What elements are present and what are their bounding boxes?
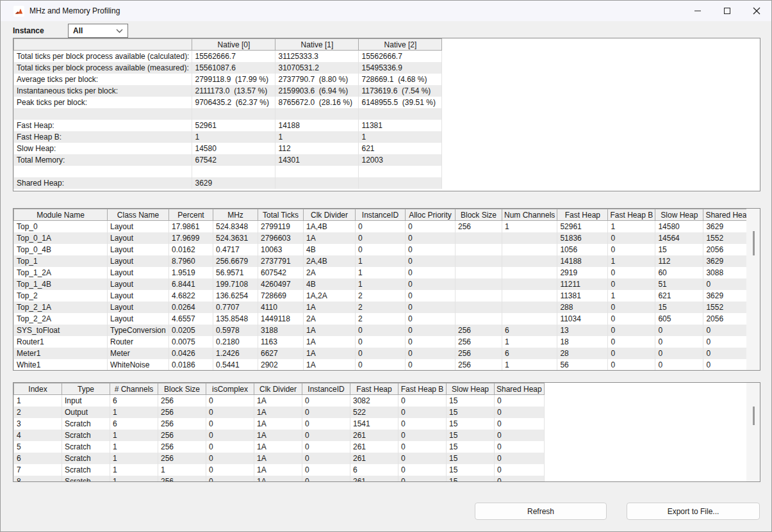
cell[interactable]: Scratch	[62, 453, 110, 464]
cell[interactable]: 1056	[557, 244, 608, 255]
cell[interactable]: 11381	[359, 120, 442, 131]
cell[interactable]: 2	[356, 290, 406, 302]
cell[interactable]: 0	[406, 255, 456, 267]
cell[interactable]: 0.5441	[213, 359, 258, 371]
cell[interactable]: 256	[456, 221, 502, 232]
cell[interactable]: 0	[398, 453, 447, 464]
cell[interactable]	[502, 244, 557, 255]
table-row[interactable]: Total ticks per block process available …	[14, 51, 442, 62]
cell[interactable]: 4B	[304, 244, 356, 255]
table-row[interactable]: Top_0_1ALayout17.9699524.363127966031A00…	[14, 232, 753, 244]
cell[interactable]: Scratch	[62, 418, 110, 430]
cell[interactable]: 0	[608, 336, 655, 348]
cell[interactable]: 0	[302, 476, 350, 483]
cell[interactable]: 0	[406, 267, 456, 278]
cell[interactable]: 3	[14, 418, 62, 430]
cell[interactable]: 2	[356, 313, 406, 325]
cell[interactable]: 256	[158, 418, 206, 430]
cell[interactable]: 1	[608, 290, 655, 302]
cell[interactable]: 0.0186	[169, 359, 213, 371]
cell[interactable]: 0	[608, 267, 655, 278]
cell[interactable]: 1	[158, 464, 206, 476]
cell[interactable]: 1A	[254, 430, 302, 441]
cell[interactable]: Total ticks per block process available …	[14, 51, 192, 62]
cell[interactable]: 11381	[557, 290, 608, 302]
cell[interactable]	[502, 302, 557, 313]
cell[interactable]: 15	[447, 395, 495, 407]
table-row[interactable]: 8Scratch125601A02610150	[14, 476, 545, 483]
cell[interactable]: 0.0205	[169, 325, 213, 336]
cell[interactable]: Layout	[108, 244, 169, 255]
cell[interactable]: 0	[356, 348, 406, 359]
cell[interactable]: 1	[110, 407, 158, 418]
cell[interactable]: Scratch	[62, 441, 110, 453]
cell[interactable]: 199.7108	[213, 278, 258, 290]
cell[interactable]: 288	[557, 302, 608, 313]
cell[interactable]: 3629	[703, 255, 753, 267]
cell[interactable]: 12003	[359, 154, 442, 166]
cell[interactable]: 1	[502, 336, 557, 348]
cell[interactable]: 6.8441	[169, 278, 213, 290]
table-row[interactable]: Router1Router0.00750.218011631A002561180…	[14, 336, 753, 348]
cell[interactable]: 1449118	[258, 313, 304, 325]
cell[interactable]: 0	[406, 290, 456, 302]
table-row[interactable]: Peak ticks per block:9706435.2 (62.37 %)…	[14, 97, 442, 108]
cell[interactable]: 15495336.9	[359, 62, 442, 74]
cell[interactable]: Scratch	[62, 430, 110, 441]
cell[interactable]: 1A	[254, 476, 302, 483]
cell[interactable]: 15	[447, 476, 495, 483]
cell[interactable]: 0	[398, 395, 447, 407]
cell[interactable]: 1A	[254, 441, 302, 453]
cell[interactable]: 1173619.6 (7.54 %)	[359, 85, 442, 97]
cell[interactable]: 136.6254	[213, 290, 258, 302]
table-row[interactable]: Instantaneous ticks per block:2111173.0 …	[14, 85, 442, 97]
cell[interactable]: 0	[608, 244, 655, 255]
cell[interactable]: 605	[655, 313, 703, 325]
cell[interactable]: 2737790.7 (8.80 %)	[275, 74, 359, 85]
buffer-table-scrollbar-track[interactable]	[746, 383, 760, 481]
cell[interactable]: Layout	[108, 302, 169, 313]
cell[interactable]: 256	[158, 395, 206, 407]
cell[interactable]: 8765672.0 (28.16 %)	[275, 97, 359, 108]
cell[interactable]: 6	[350, 464, 398, 476]
cell[interactable]: 256	[456, 348, 502, 359]
cell[interactable]: 4	[14, 430, 62, 441]
cell[interactable]: 0	[302, 395, 350, 407]
cell[interactable]	[14, 108, 192, 120]
cell[interactable]: 6	[502, 325, 557, 336]
cell[interactable]: 4.6822	[169, 290, 213, 302]
cell[interactable]: 0	[703, 336, 753, 348]
cell[interactable]	[456, 267, 502, 278]
cell[interactable]: Top_0	[14, 221, 108, 232]
cell[interactable]: 2902	[258, 359, 304, 371]
cell[interactable]: 31070531.2	[275, 62, 359, 74]
cell[interactable]: 1	[110, 453, 158, 464]
cell[interactable]: 51836	[557, 232, 608, 244]
cell[interactable]: 0.0264	[169, 302, 213, 313]
cell[interactable]: 0	[495, 407, 545, 418]
cell[interactable]: 2	[356, 302, 406, 313]
table-row[interactable]: Total ticks per block process available …	[14, 62, 442, 74]
cell[interactable]: 0	[655, 348, 703, 359]
cell[interactable]: 0	[406, 359, 456, 371]
cell[interactable]: Layout	[108, 255, 169, 267]
cell[interactable]: 0	[398, 418, 447, 430]
cell[interactable]: 256	[456, 336, 502, 348]
minimize-button[interactable]	[683, 1, 712, 21]
cell[interactable]: 6	[502, 348, 557, 359]
cell[interactable]: 2799119	[258, 221, 304, 232]
cell[interactable]: 0	[206, 418, 254, 430]
cell[interactable]: 0	[206, 407, 254, 418]
table-row[interactable]: 3Scratch625601A015410150	[14, 418, 545, 430]
cell[interactable]: 1	[608, 221, 655, 232]
cell[interactable]: 1	[110, 476, 158, 483]
cell[interactable]: Slow Heap:	[14, 143, 192, 154]
cell[interactable]: 256	[456, 325, 502, 336]
cell[interactable]: 607542	[258, 267, 304, 278]
cell[interactable]: 1	[502, 221, 557, 232]
cell[interactable]: Layout	[108, 313, 169, 325]
cell[interactable]: 0	[406, 232, 456, 244]
cell[interactable]	[456, 278, 502, 290]
cell[interactable]	[275, 108, 359, 120]
cell[interactable]: Layout	[108, 221, 169, 232]
